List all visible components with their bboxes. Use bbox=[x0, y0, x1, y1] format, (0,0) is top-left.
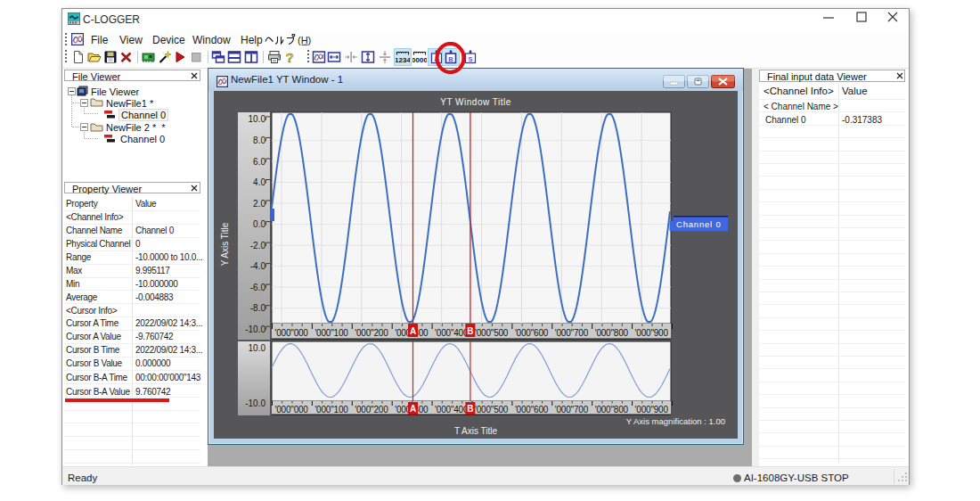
svg-text:Channel 0: Channel 0 bbox=[676, 219, 722, 229]
svg-text:T Axis Title: T Axis Title bbox=[454, 426, 498, 436]
svg-text:B: B bbox=[467, 326, 473, 336]
svg-text:'000"800: '000"800 bbox=[595, 405, 629, 415]
svg-text:'000"400: '000"400 bbox=[435, 405, 469, 415]
svg-text:-10.0: -10.0 bbox=[245, 398, 265, 408]
svg-text:2.0: 2.0 bbox=[253, 199, 265, 209]
svg-text:-10.0: -10.0 bbox=[245, 324, 265, 334]
svg-text:Y Axis Title: Y Axis Title bbox=[220, 222, 230, 266]
svg-text:'000"200: '000"200 bbox=[355, 328, 388, 338]
svg-text:A: A bbox=[410, 404, 416, 414]
svg-text:-6.0: -6.0 bbox=[250, 283, 266, 292]
svg-text:'000"500: '000"500 bbox=[475, 405, 509, 415]
svg-text:0.0: 0.0 bbox=[253, 219, 265, 229]
svg-text:Y Axis magnification : 1.00: Y Axis magnification : 1.00 bbox=[626, 416, 725, 426]
svg-text:10.0: 10.0 bbox=[249, 114, 266, 124]
svg-text:'000"400: '000"400 bbox=[435, 328, 469, 338]
svg-text:8.0: 8.0 bbox=[253, 136, 265, 145]
svg-text:'000"500: '000"500 bbox=[475, 328, 509, 338]
svg-text:'000"600: '000"600 bbox=[515, 328, 549, 338]
svg-text:0000: 0000 bbox=[412, 56, 427, 64]
svg-text:'000"000: '000"000 bbox=[275, 328, 309, 338]
svg-text:'000"700: '000"700 bbox=[555, 328, 589, 338]
svg-text:'000"200: '000"200 bbox=[355, 405, 388, 415]
svg-text:S: S bbox=[468, 55, 472, 63]
svg-text:?: ? bbox=[285, 50, 293, 64]
svg-text:'000"000: '000"000 bbox=[275, 405, 309, 415]
svg-text:(H): (H) bbox=[298, 35, 311, 45]
svg-text:1234: 1234 bbox=[396, 56, 410, 64]
svg-text:-4.0: -4.0 bbox=[250, 261, 266, 271]
svg-text:'000"900: '000"900 bbox=[635, 328, 669, 338]
svg-text:-2.0: -2.0 bbox=[250, 241, 266, 250]
svg-text:6.0: 6.0 bbox=[253, 157, 265, 167]
svg-text:4.0: 4.0 bbox=[253, 177, 265, 187]
svg-text:'000"600: '000"600 bbox=[515, 405, 549, 415]
svg-text:'000"100: '000"100 bbox=[314, 328, 348, 338]
svg-text:'000"100: '000"100 bbox=[314, 405, 348, 415]
svg-text:YT Window Title: YT Window Title bbox=[440, 97, 511, 107]
svg-text:'000"900: '000"900 bbox=[635, 405, 669, 415]
svg-text:-8.0: -8.0 bbox=[250, 303, 266, 313]
svg-text:10.0: 10.0 bbox=[249, 343, 266, 353]
svg-text:A: A bbox=[410, 326, 416, 336]
svg-text:'000"800: '000"800 bbox=[595, 328, 629, 338]
svg-text:B: B bbox=[467, 404, 473, 414]
svg-text:'000"700: '000"700 bbox=[555, 405, 589, 415]
